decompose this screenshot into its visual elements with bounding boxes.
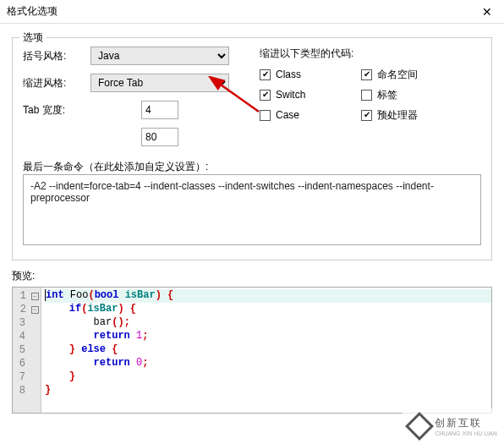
window-titlebar: 格式化选项 ✕ xyxy=(0,0,504,24)
watermark-logo-icon xyxy=(405,412,434,441)
check-class[interactable]: Class xyxy=(260,64,361,85)
check-switch[interactable]: Switch xyxy=(260,85,361,105)
checkbox-icon xyxy=(361,110,372,121)
tab-width-input[interactable] xyxy=(141,101,178,119)
brace-style-label: 括号风格: xyxy=(23,49,90,63)
preview-label: 预览: xyxy=(12,269,504,283)
check-case[interactable]: Case xyxy=(260,105,361,125)
code-preview: 1− 2− 3 4 5 6 7 8 int Foo(bool isBar) { … xyxy=(12,287,492,414)
checkbox-icon xyxy=(260,69,271,80)
checkbox-icon xyxy=(260,110,271,121)
code-area[interactable]: int Foo(bool isBar) { if(isBar) { bar();… xyxy=(41,288,491,413)
close-icon[interactable]: ✕ xyxy=(477,5,497,19)
checkbox-icon xyxy=(361,69,372,80)
brace-style-select[interactable]: Java xyxy=(90,47,229,65)
checkbox-icon xyxy=(260,90,271,101)
options-group-label: 选项 xyxy=(19,30,47,45)
wrap-width-input[interactable] xyxy=(141,128,178,146)
options-groupbox: 选项 括号风格: Java 缩进风格: Force Tab Tab 宽度: xyxy=(12,37,492,260)
tab-width-label: Tab 宽度: xyxy=(23,103,90,118)
indent-types-checks: Class 命名空间 Switch 标签 xyxy=(260,64,481,125)
watermark: 创新互联 CHUANG XIN HU LIAN xyxy=(403,408,504,444)
last-command-field[interactable]: -A2 --indent=force-tab=4 --indent-classe… xyxy=(23,174,481,245)
check-namespace[interactable]: 命名空间 xyxy=(361,64,463,85)
line-gutter: 1− 2− 3 4 5 6 7 8 xyxy=(13,288,41,413)
checkbox-icon xyxy=(361,90,372,101)
window-title: 格式化选项 xyxy=(7,4,477,19)
indent-style-select[interactable]: Force Tab xyxy=(90,74,229,92)
last-command-label: 最后一条命令（在此处添加自定义设置）: xyxy=(23,160,481,174)
indent-types-heading: 缩进以下类型的代码: xyxy=(260,47,481,61)
check-preprocessor[interactable]: 预处理器 xyxy=(361,105,463,125)
check-label[interactable]: 标签 xyxy=(361,85,463,105)
indent-style-label: 缩进风格: xyxy=(23,76,90,90)
